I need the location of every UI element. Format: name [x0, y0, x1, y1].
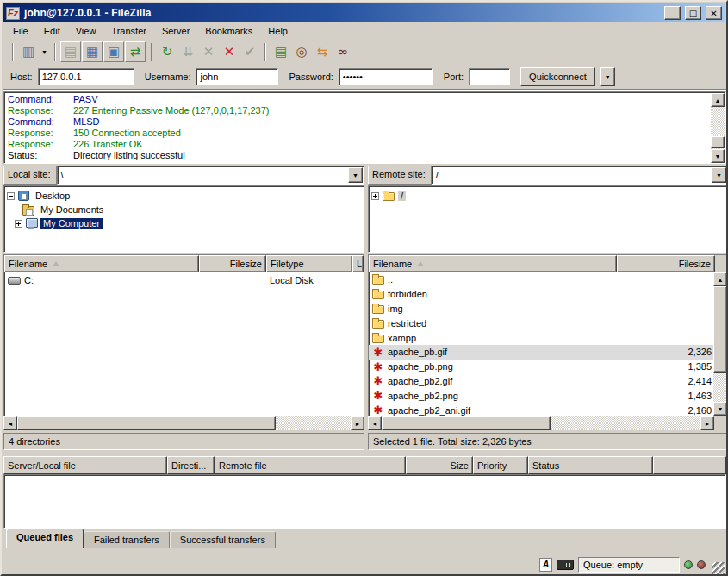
- scroll-thumb[interactable]: [713, 286, 727, 373]
- remote-rows: .. forbidden img restricted xampp: [369, 272, 727, 417]
- toggle-remote-tree-button[interactable]: ▣: [103, 41, 124, 62]
- menu-file[interactable]: File: [5, 23, 36, 39]
- toggle-queue-view-button[interactable]: ⇄: [125, 41, 146, 62]
- compare-directories-button[interactable]: ◎: [291, 41, 312, 62]
- tree-item-my-documents[interactable]: My Documents: [7, 203, 362, 216]
- scroll-thumb[interactable]: [711, 136, 725, 148]
- column-last-modified[interactable]: L: [352, 255, 364, 272]
- column-server-local-file[interactable]: Server/Local file: [3, 456, 167, 474]
- tab-queued-files[interactable]: Queued files: [6, 529, 84, 548]
- menu-help[interactable]: Help: [260, 23, 296, 39]
- local-file-list: Filename Filesize Filetype L C: Local Di…: [3, 254, 364, 416]
- scroll-thumb[interactable]: [17, 416, 276, 430]
- scroll-right-button[interactable]: ►: [351, 416, 364, 430]
- disconnect-button[interactable]: ✕: [219, 41, 240, 62]
- local-site-bar: Local site: \ ▼: [3, 166, 364, 185]
- host-input[interactable]: [38, 68, 134, 85]
- cancel-operation-button[interactable]: ✕: [198, 41, 219, 62]
- port-input[interactable]: [469, 68, 510, 85]
- column-filename[interactable]: Filename: [369, 255, 617, 272]
- file-row[interactable]: ✱apache_pb2_ani.gif 2,160: [369, 403, 727, 417]
- site-manager-button[interactable]: ▥: [18, 41, 39, 62]
- column-filename[interactable]: Filename: [4, 255, 199, 272]
- expand-icon[interactable]: [15, 220, 22, 228]
- file-row[interactable]: ✱apache_pb2.gif 2,414: [369, 374, 727, 389]
- quickconnect-bar: Host: Username: Password: Port: Quickcon…: [3, 65, 725, 89]
- file-row[interactable]: ✱apache_pb.png 1,385: [369, 360, 727, 374]
- menu-edit[interactable]: Edit: [36, 23, 68, 39]
- tree-item-desktop[interactable]: Desktop: [7, 189, 362, 203]
- minimize-button[interactable]: _: [664, 6, 681, 20]
- file-row-local-disk[interactable]: C: Local Disk: [4, 272, 364, 287]
- tab-failed-transfers[interactable]: Failed transfers: [84, 531, 170, 548]
- column-filesize[interactable]: Filesize: [617, 255, 715, 272]
- local-site-combo[interactable]: \ ▼: [57, 166, 364, 185]
- remote-site-combo-button[interactable]: ▼: [712, 167, 726, 183]
- synchronized-browsing-button[interactable]: ⇆: [312, 41, 333, 62]
- titlebar[interactable]: Fz john@127.0.0.1 - FileZilla _ □ ✕: [3, 3, 725, 22]
- file-row-selected[interactable]: ✱apache_pb.gif 2,326: [369, 345, 727, 360]
- log-line: Response:150 Connection accepted: [4, 128, 725, 139]
- scroll-up-button[interactable]: ▲: [711, 93, 725, 107]
- log-scrollbar[interactable]: ▲ ▼: [711, 93, 725, 163]
- close-icon: ✕: [710, 9, 717, 18]
- remote-pane: Remote site: / ▼ / Filename Filesize ..: [368, 166, 728, 452]
- local-site-combo-button[interactable]: ▼: [348, 167, 363, 183]
- collapse-icon[interactable]: [7, 192, 15, 200]
- toggle-message-log-button[interactable]: ▤: [60, 41, 81, 62]
- remote-site-combo[interactable]: / ▼: [432, 166, 728, 185]
- column-filetype[interactable]: Filetype: [266, 255, 352, 272]
- remote-hscrollbar[interactable]: ◄ ►: [368, 416, 714, 430]
- column-size[interactable]: Size: [406, 456, 473, 474]
- tree-item-root[interactable]: /: [371, 189, 725, 203]
- abort-button[interactable]: ✔: [240, 41, 260, 62]
- quickconnect-button[interactable]: Quickconnect: [520, 67, 595, 86]
- queue-list[interactable]: [3, 474, 726, 529]
- column-direction[interactable]: Directi...: [167, 456, 215, 474]
- file-row[interactable]: forbidden: [369, 287, 727, 302]
- abort-icon: ✔: [245, 44, 256, 59]
- file-row[interactable]: xampp: [369, 330, 727, 345]
- file-row[interactable]: ✱apache_pb2.png 1,463: [369, 388, 727, 403]
- site-manager-dropdown[interactable]: ▼: [39, 42, 50, 61]
- scroll-down-button[interactable]: ▼: [713, 402, 727, 416]
- column-priority[interactable]: Priority: [473, 456, 528, 474]
- find-files-button[interactable]: ∞: [333, 41, 353, 62]
- tree-item-my-computer[interactable]: My Computer: [7, 216, 362, 230]
- scroll-thumb[interactable]: [382, 416, 551, 430]
- menu-server[interactable]: Server: [154, 23, 197, 39]
- file-row[interactable]: img: [369, 302, 727, 316]
- local-hscrollbar[interactable]: ◄ ►: [3, 416, 364, 430]
- menu-transfer[interactable]: Transfer: [103, 23, 154, 39]
- close-button[interactable]: ✕: [706, 6, 722, 20]
- speed-limits-icon[interactable]: [557, 560, 574, 570]
- maximize-button[interactable]: □: [685, 6, 701, 20]
- scroll-left-button[interactable]: ◄: [368, 416, 382, 430]
- resize-grip[interactable]: [712, 562, 725, 574]
- expand-icon[interactable]: [371, 192, 379, 200]
- column-status[interactable]: Status: [528, 456, 653, 474]
- scroll-left-button[interactable]: ◄: [3, 416, 17, 430]
- scroll-right-button[interactable]: ►: [700, 416, 714, 430]
- quickconnect-dropdown[interactable]: ▼: [600, 67, 615, 86]
- log-line: Command:PASV: [4, 94, 725, 105]
- username-input[interactable]: [196, 68, 278, 85]
- file-row[interactable]: ..: [369, 272, 727, 287]
- sort-ascending-icon: [53, 261, 59, 266]
- scroll-up-button[interactable]: ▲: [713, 272, 727, 286]
- tab-successful-transfers[interactable]: Successful transfers: [170, 531, 276, 548]
- scroll-down-button[interactable]: ▼: [711, 149, 725, 163]
- toolbar: ▥ ▼ ▤ ▦ ▣ ⇄ ↻ ⇊ ✕ ✕ ✔ ▤ ◎ ⇆ ∞: [3, 40, 725, 64]
- process-queue-icon: ⇊: [183, 44, 194, 59]
- toggle-local-tree-button[interactable]: ▦: [82, 41, 103, 62]
- menu-view[interactable]: View: [68, 23, 104, 39]
- password-input[interactable]: [339, 68, 433, 85]
- remote-vscrollbar[interactable]: ▲ ▼: [713, 272, 727, 416]
- refresh-button[interactable]: ↻: [157, 41, 177, 62]
- file-row[interactable]: restricted: [369, 316, 727, 330]
- process-queue-button[interactable]: ⇊: [177, 41, 198, 62]
- menu-bookmarks[interactable]: Bookmarks: [197, 23, 260, 39]
- filter-button[interactable]: ▤: [271, 41, 291, 62]
- column-remote-file[interactable]: Remote file: [215, 456, 406, 474]
- column-filesize[interactable]: Filesize: [199, 255, 266, 272]
